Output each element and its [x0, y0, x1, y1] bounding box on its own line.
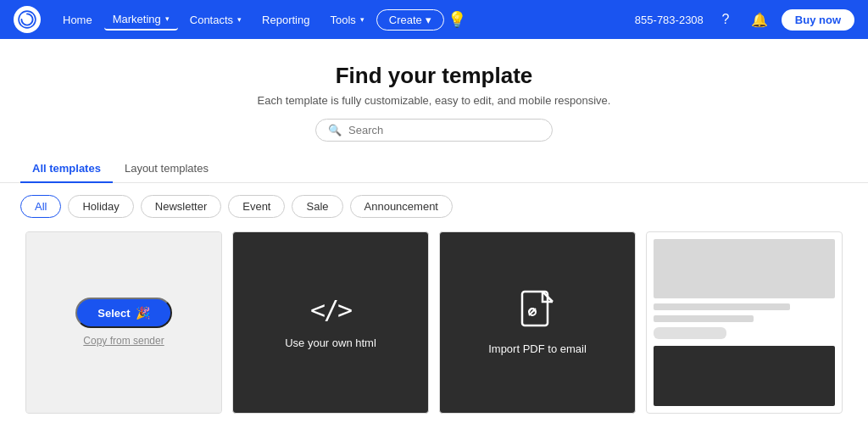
buy-now-button[interactable]: Buy now [782, 9, 854, 31]
preview-line-1 [654, 303, 790, 310]
contacts-caret: ▾ [237, 15, 242, 24]
card-html-label: Use your own html [285, 337, 376, 349]
search-bar: 🔍 [315, 119, 553, 142]
card-preview[interactable] [646, 231, 843, 414]
create-caret-icon: ▾ [426, 14, 431, 26]
card-preview-img [654, 239, 835, 406]
main-content: Find your template Each template is full… [0, 39, 868, 434]
nav-reporting[interactable]: Reporting [253, 10, 318, 30]
card-html[interactable]: </> Use your own html [232, 231, 429, 414]
nav-home[interactable]: Home [54, 10, 101, 30]
pill-newsletter[interactable]: Newsletter [141, 195, 221, 218]
nav-marketing[interactable]: Marketing ▾ [104, 9, 178, 31]
logo[interactable] [14, 6, 41, 33]
code-icon: </> [310, 295, 351, 325]
nav-contacts[interactable]: Contacts ▾ [181, 10, 250, 30]
filter-pills: All Holiday Newsletter Event Sale Announ… [0, 195, 868, 218]
search-icon: 🔍 [328, 124, 342, 136]
marketing-caret: ▾ [165, 14, 170, 23]
select-button[interactable]: Select 🎉 [75, 298, 171, 328]
pill-holiday[interactable]: Holiday [68, 195, 133, 218]
page-subtitle: Each template is fully customizable, eas… [14, 94, 854, 107]
create-button[interactable]: Create ▾ [376, 9, 444, 31]
sparkle-icon: 🎉 [136, 306, 150, 320]
preview-line-2 [654, 315, 754, 322]
help-icon[interactable]: ? [714, 8, 737, 31]
card-pdf-label: Import PDF to email [488, 342, 587, 355]
phone-number: 855-783-2308 [635, 14, 704, 26]
page-title: Find your template [14, 63, 854, 89]
pill-all[interactable]: All [20, 195, 61, 218]
pdf-icon [520, 290, 554, 331]
bulb-icon[interactable]: 💡 [448, 10, 466, 29]
search-input[interactable] [348, 124, 540, 136]
nav-right: 855-783-2308 ? 🔔 Buy now [635, 8, 854, 31]
tools-caret: ▾ [360, 15, 364, 24]
card-blank-inner: Select 🎉 Copy from sender [26, 232, 221, 413]
select-label: Select [97, 307, 130, 320]
notifications-icon[interactable]: 🔔 [748, 8, 771, 31]
nav-tools[interactable]: Tools ▾ [321, 10, 372, 30]
card-pdf[interactable]: Import PDF to email [439, 231, 636, 414]
tabs-row: All templates Layout templates [0, 155, 868, 183]
card-blank[interactable]: Select 🎉 Copy from sender [25, 231, 222, 414]
pill-sale[interactable]: Sale [292, 195, 342, 218]
tab-all-templates[interactable]: All templates [20, 155, 113, 183]
navbar: Home Marketing ▾ Contacts ▾ Reporting To… [0, 0, 868, 39]
tab-layout-templates[interactable]: Layout templates [113, 155, 220, 183]
nav-links: Home Marketing ▾ Contacts ▾ Reporting To… [54, 9, 635, 31]
preview-button-shape [654, 327, 726, 339]
preview-top-image [654, 239, 835, 298]
pill-announcement[interactable]: Announcement [350, 195, 453, 218]
preview-bottom-dark [654, 346, 835, 406]
page-header: Find your template Each template is full… [0, 39, 868, 155]
cards-grid: Select 🎉 Copy from sender </> Use your o… [0, 231, 868, 414]
pill-event[interactable]: Event [228, 195, 285, 218]
copy-from-sender-link[interactable]: Copy from sender [83, 335, 164, 347]
